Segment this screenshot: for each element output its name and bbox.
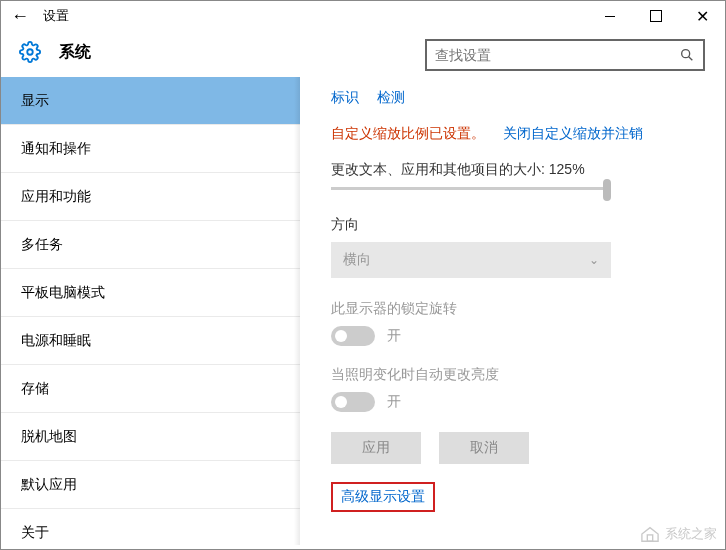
scale-label: 更改文本、应用和其他项目的大小: 125% xyxy=(331,161,695,179)
lock-rotation-title: 此显示器的锁定旋转 xyxy=(331,300,695,318)
svg-line-2 xyxy=(689,57,693,61)
search-icon xyxy=(679,47,695,63)
scale-slider[interactable] xyxy=(331,187,611,190)
content-panel: 标识 检测 自定义缩放比例已设置。 关闭自定义缩放并注销 更改文本、应用和其他项… xyxy=(301,77,725,545)
cancel-button: 取消 xyxy=(439,432,529,464)
page-title: 系统 xyxy=(59,42,91,63)
turnoff-scale-link[interactable]: 关闭自定义缩放并注销 xyxy=(503,125,643,143)
sidebar-item-about[interactable]: 关于 xyxy=(1,509,300,545)
sidebar-item-apps[interactable]: 应用和功能 xyxy=(1,173,300,221)
gear-icon xyxy=(19,41,41,63)
sidebar: 显示 通知和操作 应用和功能 多任务 平板电脑模式 电源和睡眠 存储 脱机地图 … xyxy=(1,77,301,545)
slider-thumb[interactable] xyxy=(603,179,611,201)
sidebar-item-power[interactable]: 电源和睡眠 xyxy=(1,317,300,365)
sidebar-item-storage[interactable]: 存储 xyxy=(1,365,300,413)
back-button[interactable]: ← xyxy=(5,1,35,31)
search-input[interactable] xyxy=(435,47,679,63)
chevron-down-icon: ⌄ xyxy=(589,253,599,267)
svg-point-0 xyxy=(27,49,33,55)
identify-link[interactable]: 标识 xyxy=(331,89,359,107)
window-title: 设置 xyxy=(43,7,69,25)
sidebar-item-notifications[interactable]: 通知和操作 xyxy=(1,125,300,173)
orientation-dropdown: 横向 ⌄ xyxy=(331,242,611,278)
orientation-value: 横向 xyxy=(343,251,371,269)
minimize-button[interactable] xyxy=(587,1,633,31)
auto-brightness-title: 当照明变化时自动更改亮度 xyxy=(331,366,695,384)
search-box[interactable] xyxy=(425,39,705,71)
detect-link[interactable]: 检测 xyxy=(377,89,405,107)
sidebar-item-defaultapps[interactable]: 默认应用 xyxy=(1,461,300,509)
auto-brightness-toggle xyxy=(331,392,375,412)
auto-brightness-state: 开 xyxy=(387,393,401,411)
orientation-title: 方向 xyxy=(331,216,695,234)
apply-button: 应用 xyxy=(331,432,421,464)
maximize-button[interactable] xyxy=(633,1,679,31)
lock-rotation-toggle xyxy=(331,326,375,346)
scale-warning: 自定义缩放比例已设置。 xyxy=(331,125,485,143)
svg-point-1 xyxy=(682,50,690,58)
advanced-display-link[interactable]: 高级显示设置 xyxy=(341,488,425,504)
advanced-display-highlight: 高级显示设置 xyxy=(331,482,435,512)
sidebar-item-tablet[interactable]: 平板电脑模式 xyxy=(1,269,300,317)
sidebar-item-offlinemaps[interactable]: 脱机地图 xyxy=(1,413,300,461)
close-button[interactable]: ✕ xyxy=(679,1,725,31)
sidebar-item-multitask[interactable]: 多任务 xyxy=(1,221,300,269)
lock-rotation-state: 开 xyxy=(387,327,401,345)
sidebar-item-display[interactable]: 显示 xyxy=(1,77,300,125)
